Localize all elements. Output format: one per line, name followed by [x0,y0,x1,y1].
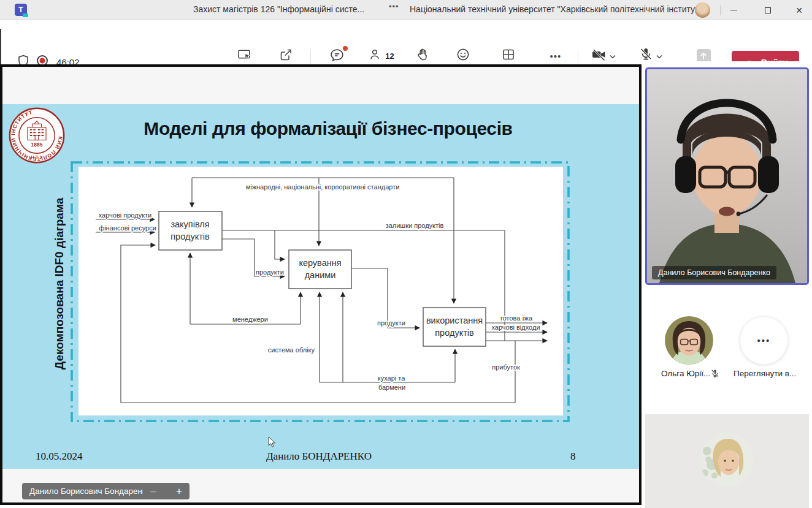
teams-app-icon: T [15,4,27,16]
zoom-controls: – + [143,483,190,499]
speaker-name-label: Данило Борисович Бондаренко [652,266,776,279]
idf0-diagram: закупівля продуктів керування даними вик… [79,167,563,415]
participant-mic-off-icon [710,369,720,381]
box1-label-line2: продуктів [170,232,210,241]
people-icon [369,47,383,64]
edge-label-managers: менеджери [232,316,268,323]
edge-label-financial-resources: фінансові ресурси [99,224,156,232]
box2-label-line2: даними [305,270,336,280]
screen-share-start-icon [237,47,252,65]
unpin-icon [278,47,293,64]
edge-label-cooks-line2: бармени [378,384,405,391]
camera-off-icon [591,47,607,65]
self-avatar [700,433,754,487]
box3-label-line1: використання [426,316,483,325]
slide-page-number: 8 [570,450,576,463]
edge-label-products-1: продукти [256,268,284,276]
edge-label-leftovers: залишки продуктів [386,222,444,229]
titlebar-overflow-icon[interactable]: ••• [389,2,399,11]
titlebar-avatar[interactable] [695,2,710,18]
grid-view-icon [501,47,516,64]
camera-chevron-icon[interactable] [610,50,616,61]
ellipsis-icon: ••• [550,51,562,61]
participant-overflow-avatar[interactable]: ••• [740,316,788,365]
slide-footer-author: Данило БОНДАРЕНКО [12,450,626,463]
chat-unread-badge [343,46,348,51]
edge-label-accounting-system: система обліку [268,346,315,354]
box1-label-line1: закупівля [170,219,209,229]
organization-title: Національний технічний університет "Харк… [410,4,702,14]
overflow-dots: ••• [757,335,771,346]
edge-label-food-products: харчові продукти [99,211,152,219]
slide-title: Моделі для формалізації бізнес-процесів [18,118,638,139]
participant-name-olha: Ольга Юрії... [661,369,710,378]
chat-icon [329,47,345,65]
zoom-in-button[interactable]: + [176,483,182,499]
box2-label-line1: керування [299,258,341,268]
window-titlebar: T Захист магістрів 126 "Інформаційні сис… [0,0,812,20]
diagram-box-data-management [289,250,351,289]
meeting-toolbar: 46:02 Почати Відкріпити Чат 12 Користува… [0,20,812,61]
smiley-icon [456,47,470,64]
participant-overflow-label: Переглянути в... [733,369,796,378]
logo-abbr: Н Т У [31,154,43,160]
participant-avatar-olha[interactable] [665,316,713,365]
maximize-button[interactable] [754,0,782,20]
speaker-video-tile[interactable]: Данило Борисович Бондаренко [645,67,809,285]
minimize-button[interactable] [719,0,748,20]
speaker-video [647,69,807,283]
teams-new-badge [23,13,28,17]
edge-label-food-waste: харчові відходи [491,324,540,331]
meeting-title: Захист магістрів 126 "Інформаційні систе… [193,4,364,14]
diagram-box-purchase [159,211,222,250]
participants-count: 12 [385,51,394,61]
mouse-cursor [268,436,276,450]
microphone-chevron-icon[interactable] [656,50,662,61]
slide-side-label: Декомпозована IDF0 діаграма [53,183,66,385]
edge-label-products-2: продукти [377,319,405,327]
zoom-out-button[interactable]: – [150,483,156,499]
close-button[interactable]: ✕ [785,0,812,20]
logo-year: 1885 [31,142,43,148]
edge-label-standards: міжнародні, національні, корпоративні ст… [246,183,400,191]
edge-label-ready-food: готова їжа [500,314,533,322]
diagram-box-product-use [423,308,486,346]
raise-hand-icon [416,47,431,64]
edge-label-cooks-line1: кухарі та [378,374,405,382]
edge-label-profit: прибуток [492,363,520,371]
presenter-name-pill: Данило Борисович Бондаренко [22,483,158,499]
box3-label-line2: продуктів [435,328,474,338]
